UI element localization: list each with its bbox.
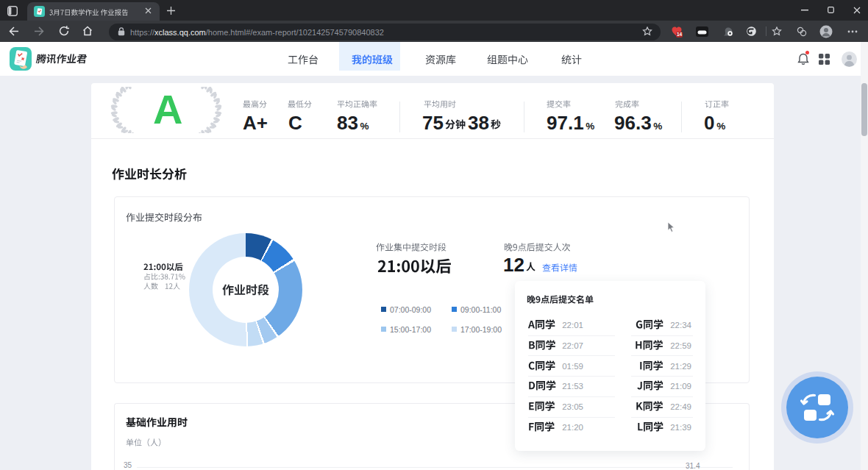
svg-text:14: 14 <box>677 32 683 37</box>
